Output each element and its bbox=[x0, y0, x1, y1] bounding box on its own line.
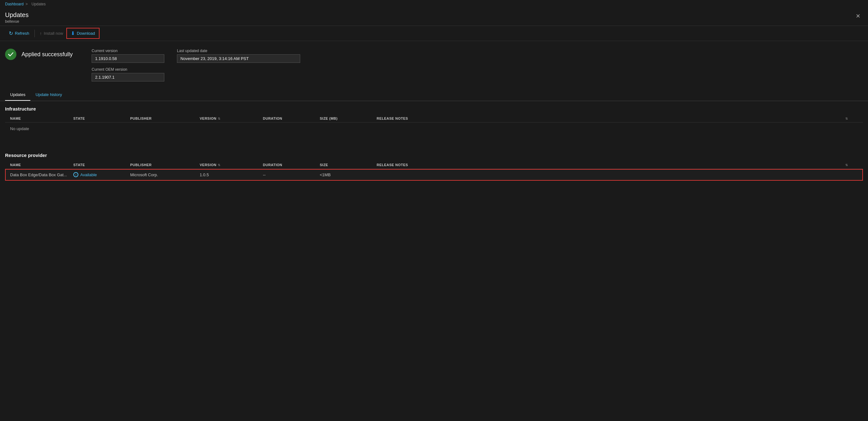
table-row[interactable]: Data Box Edge/Data Box Gat... i Availabl… bbox=[5, 169, 863, 181]
resource-provider-section: Resource provider NAME STATE PUBLISHER V… bbox=[0, 148, 868, 181]
last-updated-value: November 23, 2019, 3:14:16 AM PST bbox=[177, 54, 300, 63]
refresh-button[interactable]: ↻ Refresh bbox=[5, 28, 33, 38]
current-version-value: 1.1910.0.58 bbox=[92, 54, 164, 63]
breadcrumb-dashboard-link[interactable]: Dashboard bbox=[5, 2, 24, 6]
install-icon: ↑ bbox=[40, 31, 42, 36]
refresh-label: Refresh bbox=[15, 31, 29, 36]
rp-col-sort-last[interactable]: ⇅ bbox=[845, 163, 858, 167]
page-subtitle: bellevue bbox=[5, 19, 29, 24]
rp-row-version: 1.0.5 bbox=[200, 172, 263, 177]
rp-row-size: <1MB bbox=[320, 172, 377, 177]
status-section: Applied successfully Current version 1.1… bbox=[0, 41, 868, 89]
col-size-mb: SIZE (MB) bbox=[320, 117, 377, 120]
download-label: Download bbox=[77, 31, 95, 36]
page-header: Updates bellevue ✕ bbox=[0, 8, 868, 26]
rp-version-sort-icon[interactable]: ⇅ bbox=[218, 163, 221, 167]
rp-col-state: STATE bbox=[73, 163, 130, 167]
download-icon: ⬇ bbox=[71, 30, 75, 36]
status-left: Applied successfully bbox=[5, 48, 73, 60]
infrastructure-table-header: NAME STATE PUBLISHER VERSION ⇅ DURATION … bbox=[5, 115, 863, 123]
no-update-text: No update bbox=[5, 123, 863, 135]
rp-col-release-notes: RELEASE NOTES bbox=[377, 163, 845, 167]
rp-col-name: NAME bbox=[10, 163, 73, 167]
rp-col-version: VERSION ⇅ bbox=[200, 163, 263, 167]
resource-provider-title: Resource provider bbox=[5, 153, 863, 158]
rp-col-duration: DURATION bbox=[263, 163, 320, 167]
tabs: Updates Update history bbox=[0, 89, 868, 101]
current-oem-value: 2.1.1907.1 bbox=[92, 73, 164, 82]
download-button[interactable]: ⬇ Download bbox=[67, 28, 99, 38]
rp-row-publisher: Microsoft Corp. bbox=[130, 172, 200, 177]
breadcrumb-current: Updates bbox=[32, 2, 46, 6]
resource-provider-table-header: NAME STATE PUBLISHER VERSION ⇅ DURATION … bbox=[5, 161, 863, 169]
infrastructure-title: Infrastructure bbox=[5, 106, 863, 111]
page-title: Updates bbox=[5, 11, 29, 19]
col-release-notes: RELEASE NOTES bbox=[377, 117, 845, 120]
status-text: Applied successfully bbox=[22, 51, 73, 58]
breadcrumb: Dashboard > Updates bbox=[0, 0, 868, 8]
rp-col-publisher: PUBLISHER bbox=[130, 163, 200, 167]
col-duration: DURATION bbox=[263, 117, 320, 120]
current-oem-label: Current OEM version bbox=[92, 67, 164, 72]
toolbar-separator bbox=[34, 30, 35, 37]
rp-state-text: Available bbox=[80, 172, 97, 177]
last-updated-label: Last updated date bbox=[177, 48, 300, 53]
toolbar: ↻ Refresh ↑ Install now ⬇ Download bbox=[0, 26, 868, 41]
version-fields: Current version 1.1910.0.58 Current OEM … bbox=[92, 48, 300, 82]
current-oem-group: Current OEM version 2.1.1907.1 bbox=[92, 67, 164, 82]
infrastructure-section: Infrastructure NAME STATE PUBLISHER VERS… bbox=[0, 101, 868, 135]
install-now-label: Install now bbox=[44, 31, 63, 36]
rp-row-duration: -- bbox=[263, 172, 320, 177]
col-version: VERSION ⇅ bbox=[200, 117, 263, 120]
last-updated-group: Last updated date November 23, 2019, 3:1… bbox=[177, 48, 300, 82]
resource-provider-table: NAME STATE PUBLISHER VERSION ⇅ DURATION … bbox=[5, 161, 863, 181]
rp-last-sort-icon[interactable]: ⇅ bbox=[845, 163, 848, 167]
version-sort-icon[interactable]: ⇅ bbox=[218, 117, 221, 120]
install-now-button[interactable]: ↑ Install now bbox=[36, 29, 67, 38]
success-icon bbox=[5, 48, 17, 60]
col-sort-last[interactable]: ⇅ bbox=[845, 117, 858, 120]
close-button[interactable]: ✕ bbox=[853, 11, 863, 21]
current-version-label: Current version bbox=[92, 48, 164, 53]
last-sort-icon[interactable]: ⇅ bbox=[845, 117, 848, 120]
col-publisher: PUBLISHER bbox=[130, 117, 200, 120]
refresh-icon: ↻ bbox=[9, 30, 13, 36]
tab-updates[interactable]: Updates bbox=[5, 89, 30, 101]
rp-row-state: i Available bbox=[73, 172, 130, 177]
col-name: NAME bbox=[10, 117, 73, 120]
infrastructure-table: NAME STATE PUBLISHER VERSION ⇅ DURATION … bbox=[5, 115, 863, 135]
rp-col-size: SIZE bbox=[320, 163, 377, 167]
breadcrumb-separator: > bbox=[26, 2, 28, 6]
current-version-group: Current version 1.1910.0.58 bbox=[92, 48, 164, 63]
col-state: STATE bbox=[73, 117, 130, 120]
tab-update-history[interactable]: Update history bbox=[30, 89, 67, 101]
available-info-icon: i bbox=[73, 172, 79, 177]
rp-row-name: Data Box Edge/Data Box Gat... bbox=[10, 172, 73, 177]
